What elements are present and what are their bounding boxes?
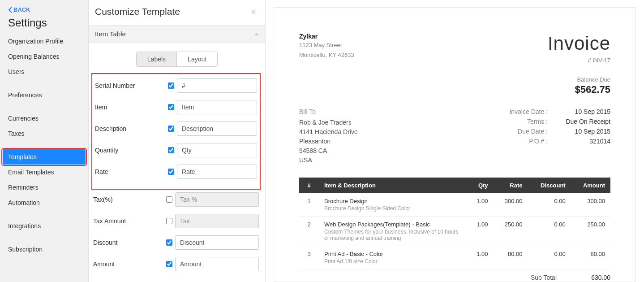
sidebar-item-preferences[interactable]: Preferences xyxy=(0,87,88,103)
field-row-tax-: Tax(%) xyxy=(93,192,259,207)
field-input[interactable] xyxy=(177,78,257,93)
field-input[interactable] xyxy=(177,165,257,179)
field-row-discount: Discount xyxy=(93,235,259,250)
sidebar-item-subscription[interactable]: Subscription xyxy=(0,242,88,257)
panel-title: Customize Template xyxy=(95,6,180,17)
cell-rate: 80.00 xyxy=(494,246,528,269)
field-checkbox[interactable] xyxy=(166,196,172,203)
meta-key: Due Date : xyxy=(485,128,548,135)
col-qty: Qty xyxy=(467,178,494,193)
meta-key: Terms : xyxy=(485,118,548,125)
field-input[interactable] xyxy=(177,121,257,136)
field-input-wrap xyxy=(177,100,257,114)
tab-labels[interactable]: Labels xyxy=(137,52,176,66)
cell-rate: 300.00 xyxy=(494,193,528,217)
meta-row: Invoice Date :10 Sep 2015 xyxy=(485,108,610,115)
field-input[interactable] xyxy=(177,100,257,114)
field-checkbox-wrap xyxy=(164,167,177,176)
field-checkbox[interactable] xyxy=(166,239,172,246)
field-input[interactable] xyxy=(175,235,259,250)
back-label: BACK xyxy=(13,6,30,13)
sidebar-item-reminders[interactable]: Reminders xyxy=(0,180,88,195)
cell-amount: 300.00 xyxy=(571,193,610,217)
sidebar-item-organization-profile[interactable]: Organization Profile xyxy=(0,34,88,49)
bill-to-label: Bill To xyxy=(299,108,358,115)
field-input-wrap xyxy=(175,257,259,271)
field-checkbox-wrap xyxy=(163,217,175,226)
meta-row: Terms :Due On Receipt xyxy=(485,118,610,125)
field-checkbox[interactable] xyxy=(166,261,172,267)
field-input xyxy=(175,192,259,207)
field-row-tax-amount: Tax Amount xyxy=(93,214,259,228)
cell-qty: 1.00 xyxy=(467,246,494,269)
panel-header: Customize Template × xyxy=(89,0,265,25)
sidebar-item-label: Templates xyxy=(3,149,86,165)
labels-layout-tabs: Labels Layout xyxy=(136,52,218,67)
field-label: Serial Number xyxy=(95,82,164,89)
back-link[interactable]: BACK xyxy=(0,6,88,17)
settings-sidebar: BACK Settings Organization ProfileOpenin… xyxy=(0,0,89,282)
sidebar-item-email-templates[interactable]: Email Templates xyxy=(0,165,88,180)
field-checkbox-wrap xyxy=(164,81,177,90)
bill-to-line: Pleasanton xyxy=(299,137,358,146)
field-input[interactable] xyxy=(177,143,257,157)
invoice-meta-right: Invoice Date :10 Sep 2015Terms :Due On R… xyxy=(485,108,610,165)
cell-amount: 250.00 xyxy=(571,217,610,246)
field-input-wrap xyxy=(175,192,259,207)
field-label: Item xyxy=(95,104,164,111)
meta-row: Due Date :10 Sep 2015 xyxy=(485,128,610,135)
invoice-preview-scroll[interactable]: Zylkar 1123 May Street Monticello, KY 42… xyxy=(266,0,644,282)
table-row: 2Web Design Packages(Template) - BasicCu… xyxy=(299,217,610,246)
cell-idx: 1 xyxy=(299,193,319,217)
company-addr1: 1123 May Street xyxy=(299,41,354,50)
item-table-section-header[interactable]: Item Table xyxy=(89,25,265,43)
highlighted-fields: Serial NumberItemDescriptionQuantityRate xyxy=(91,73,261,190)
sidebar-item-taxes[interactable]: Taxes xyxy=(0,126,88,141)
invoice-number: # INV-17 xyxy=(548,57,610,64)
invoice-header: Zylkar 1123 May Street Monticello, KY 42… xyxy=(299,33,610,95)
balance-due-amount: $562.75 xyxy=(548,84,610,95)
field-checkbox[interactable] xyxy=(168,82,174,89)
sidebar-item-users[interactable]: Users xyxy=(0,64,88,79)
cell-qty: 1.00 xyxy=(467,217,494,246)
sidebar-item-integrations[interactable]: Integrations xyxy=(0,218,88,234)
invoice-items-table: # Item & Description Qty Rate Discount A… xyxy=(299,178,610,269)
subtotal-label: Sub Total xyxy=(503,274,557,281)
field-checkbox[interactable] xyxy=(168,169,174,175)
field-label: Description xyxy=(95,125,164,132)
field-input xyxy=(175,214,259,228)
field-label: Amount xyxy=(93,260,163,268)
field-checkbox[interactable] xyxy=(168,104,174,110)
cell-discount: 0.00 xyxy=(528,246,571,269)
chevron-left-icon xyxy=(8,7,13,13)
meta-value: Due On Receipt xyxy=(548,118,610,125)
col-idx: # xyxy=(299,178,319,193)
sidebar-item-templates[interactable]: Templates xyxy=(0,149,88,165)
item-sub: Custom Themes for your business. Inclusi… xyxy=(324,229,461,241)
field-input[interactable] xyxy=(175,257,259,271)
bill-to-line: 4141 Hacienda Drive xyxy=(299,127,358,137)
cell-idx: 2 xyxy=(299,217,319,246)
sidebar-item-automation[interactable]: Automation xyxy=(0,195,88,210)
field-list: Serial NumberItemDescriptionQuantityRate… xyxy=(89,73,265,282)
cell-rate: 250.00 xyxy=(494,217,528,246)
col-discount: Discount xyxy=(528,178,571,193)
field-checkbox[interactable] xyxy=(168,147,174,153)
balance-due-label: Balance Due xyxy=(548,76,610,83)
meta-row: P.O.# :321014 xyxy=(485,138,610,145)
invoice-title-block: Invoice # INV-17 Balance Due $562.75 xyxy=(548,33,610,95)
invoice-title: Invoice xyxy=(548,33,610,54)
sidebar-item-currencies[interactable]: Currencies xyxy=(0,111,88,126)
field-checkbox[interactable] xyxy=(168,126,174,132)
close-icon[interactable]: × xyxy=(251,7,256,16)
cell-desc: Print Ad - Basic - ColorPrint Ad 1/8 siz… xyxy=(319,246,467,269)
sidebar-item-opening-balances[interactable]: Opening Balances xyxy=(0,49,88,64)
field-label: Rate xyxy=(95,168,164,175)
field-input-wrap xyxy=(177,143,257,157)
field-input-wrap xyxy=(177,78,257,93)
tab-layout[interactable]: Layout xyxy=(176,52,217,66)
cell-amount: 80.00 xyxy=(571,246,610,269)
field-row-serial-number: Serial Number xyxy=(95,78,257,93)
field-checkbox[interactable] xyxy=(166,218,172,224)
cell-discount: 0.00 xyxy=(528,217,571,246)
